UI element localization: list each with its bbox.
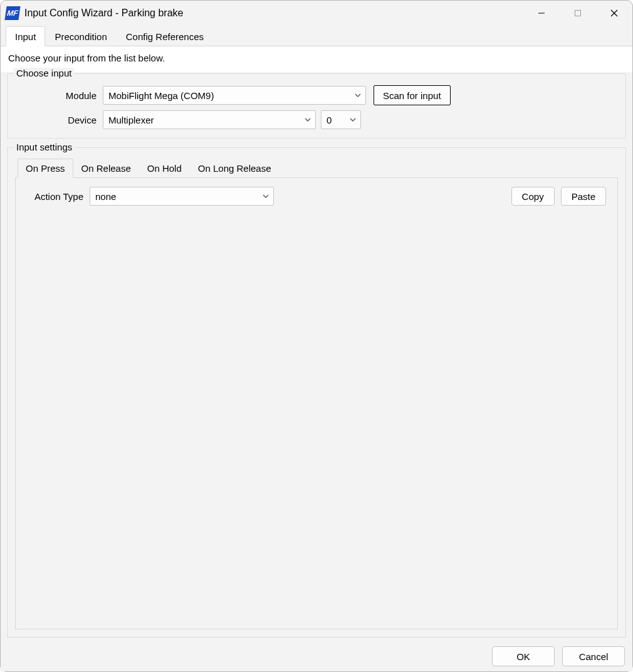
window-root: MF Input Config Wizard - Parking brake I… [0, 0, 633, 672]
tab-label: On Long Release [198, 163, 271, 174]
main-tabstrip: Input Precondition Config References [1, 26, 632, 46]
svg-rect-1 [575, 11, 581, 16]
device-label: Device [15, 115, 103, 125]
device-value: Multiplexer [108, 115, 154, 125]
chevron-down-icon [349, 116, 357, 123]
tab-label: Config References [126, 31, 204, 42]
input-settings-panel: Action Type none Copy Paste [15, 177, 618, 629]
main-tab-panel: Choose your input from the list below. [1, 46, 632, 72]
choose-input-group: Choose input Module MobiFlight Mega (COM… [7, 73, 626, 139]
choose-input-legend: Choose input [14, 68, 74, 78]
module-value: MobiFlight Mega (COM9) [108, 90, 214, 101]
maximize-icon [574, 9, 582, 17]
action-type-combo[interactable]: none [90, 187, 274, 206]
input-settings-group: Input settings On Press On Release On Ho… [7, 147, 626, 638]
chevron-down-icon [304, 116, 311, 123]
instruction-text: Choose your input from the list below. [8, 53, 626, 72]
tab-config-references[interactable]: Config References [117, 26, 213, 46]
tab-on-press[interactable]: On Press [18, 159, 73, 178]
action-type-label: Action Type [27, 191, 90, 202]
input-settings-tabstrip: On Press On Release On Hold On Long Rele… [15, 158, 618, 177]
chevron-down-icon [262, 192, 269, 200]
tab-on-release[interactable]: On Release [73, 159, 139, 178]
module-combo[interactable]: MobiFlight Mega (COM9) [103, 86, 366, 105]
paste-button[interactable]: Paste [561, 187, 606, 206]
tab-label: On Press [26, 163, 65, 174]
client-area: Choose input Module MobiFlight Mega (COM… [1, 72, 632, 641]
cancel-button[interactable]: Cancel [562, 646, 625, 666]
copy-button[interactable]: Copy [511, 187, 555, 206]
button-label: Copy [522, 191, 544, 202]
module-row: Module MobiFlight Mega (COM9) Scan for i… [15, 85, 618, 105]
close-button[interactable] [596, 1, 632, 26]
device-index-combo[interactable]: 0 [321, 110, 361, 129]
module-label: Module [15, 90, 103, 101]
window-title: Input Config Wizard - Parking brake [24, 8, 183, 19]
tab-on-long-release[interactable]: On Long Release [190, 159, 280, 178]
tab-label: Precondition [55, 31, 107, 42]
chevron-down-icon [354, 92, 362, 99]
device-combo[interactable]: Multiplexer [103, 110, 316, 129]
action-type-value: none [95, 191, 116, 202]
app-icon-text: MF [6, 9, 18, 18]
button-label: Paste [572, 191, 595, 202]
device-row: Device Multiplexer 0 [15, 110, 618, 129]
tab-input[interactable]: Input [6, 26, 45, 46]
tab-label: On Release [81, 163, 131, 174]
tab-label: On Hold [147, 163, 182, 174]
minimize-icon [538, 9, 545, 17]
tab-precondition[interactable]: Precondition [45, 26, 116, 46]
scan-for-input-button[interactable]: Scan for input [374, 85, 451, 105]
button-label: Cancel [579, 651, 609, 662]
tab-on-hold[interactable]: On Hold [139, 159, 190, 178]
device-index-value: 0 [327, 115, 332, 125]
app-icon: MF [4, 6, 20, 20]
minimize-button[interactable] [523, 1, 560, 26]
button-label: OK [516, 651, 530, 662]
maximize-button[interactable] [560, 1, 596, 26]
close-icon [610, 9, 618, 17]
input-settings-legend: Input settings [14, 142, 75, 152]
ok-button[interactable]: OK [492, 646, 555, 666]
action-type-row: Action Type none Copy Paste [27, 187, 606, 206]
tab-label: Input [15, 31, 36, 42]
button-label: Scan for input [383, 90, 441, 101]
dialog-button-bar: OK Cancel [1, 641, 632, 671]
title-bar: MF Input Config Wizard - Parking brake [1, 1, 632, 26]
window-controls [523, 1, 632, 26]
